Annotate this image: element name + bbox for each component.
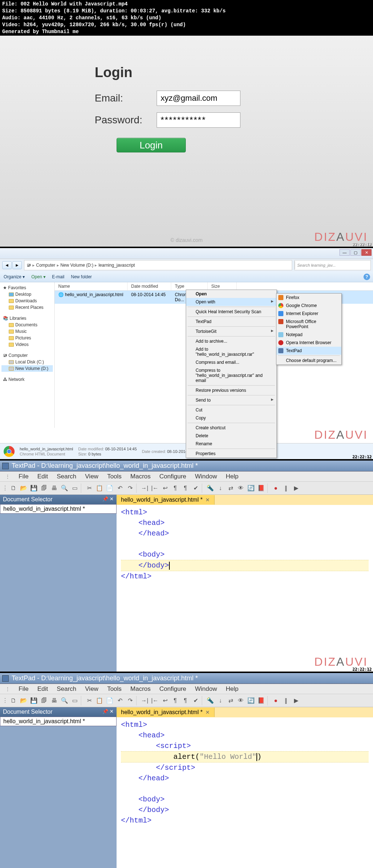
outdent-icon[interactable]: |←	[150, 696, 160, 705]
find-icon[interactable]: 🔦	[205, 483, 215, 493]
maximize-button[interactable]: ▢	[350, 249, 361, 256]
undo-icon[interactable]: ↶	[115, 483, 125, 493]
close-button[interactable]: ✕	[361, 249, 372, 256]
sm-opera[interactable]: Opera Internet Browser	[276, 339, 341, 347]
doc-list-item[interactable]: hello_world_in_javascript.html *	[0, 505, 116, 513]
save-icon[interactable]: 💾	[29, 696, 39, 705]
cut-icon[interactable]: ✂	[85, 483, 94, 493]
saveall-icon[interactable]: 🗐	[39, 483, 49, 493]
print-icon[interactable]: 🖶	[50, 483, 59, 493]
menu-macros[interactable]: Macros	[127, 472, 154, 481]
organize-button[interactable]: Organize ▾	[4, 274, 25, 279]
sidebar-item-volume-d[interactable]: New Volume (D:)	[1, 365, 53, 372]
play-icon[interactable]: ▶	[291, 696, 301, 705]
ctx-open-with[interactable]: Open with	[186, 298, 276, 306]
replace-icon[interactable]: ⇄	[226, 483, 235, 493]
ctx-cut[interactable]: Cut	[186, 406, 276, 414]
print-icon[interactable]: 🖶	[50, 696, 59, 705]
preview-icon[interactable]: 🔍	[60, 483, 69, 493]
ctx-rename[interactable]: Rename	[186, 440, 276, 448]
compare-icon[interactable]: 👁	[236, 696, 246, 705]
ww-icon[interactable]: ↩	[160, 483, 170, 493]
new-icon[interactable]: 🗋	[9, 483, 18, 493]
menu-file[interactable]: File	[15, 685, 32, 693]
sidebar-item-downloads[interactable]: Downloads	[1, 298, 53, 304]
play-icon[interactable]: ▶	[291, 483, 301, 493]
sidebar-favorites-header[interactable]: ★ Favorites	[1, 284, 53, 291]
book-icon[interactable]: 📕	[256, 483, 266, 493]
menu-file[interactable]: File	[15, 472, 32, 481]
editor-tab[interactable]: hello_world_in_javascript.html *✕	[117, 708, 215, 717]
ctx-shortcut[interactable]: Create shortcut	[186, 424, 276, 432]
sidebar-computer-header[interactable]: 🖳 Computer	[1, 352, 53, 359]
menu-help[interactable]: Help	[222, 685, 242, 693]
sm-chrome[interactable]: Google Chrome	[276, 302, 341, 310]
new-icon[interactable]: 🗋	[9, 696, 18, 705]
nav-fwd-button[interactable]: ►	[12, 261, 22, 269]
sm-notepad[interactable]: Notepad	[276, 331, 341, 339]
menu-edit[interactable]: Edit	[34, 685, 51, 693]
redo-icon[interactable]: ↷	[125, 483, 135, 493]
replace-icon[interactable]: ⇄	[226, 696, 235, 705]
findnext-icon[interactable]: ↓	[216, 696, 225, 705]
find-icon[interactable]: 🔦	[205, 696, 215, 705]
spell-icon[interactable]: ✔	[191, 696, 200, 705]
paste-icon[interactable]: 📄	[105, 483, 114, 493]
editor-tab[interactable]: hello_world_in_javascript.html *✕	[117, 495, 215, 505]
menu-configure[interactable]: Configure	[156, 472, 190, 481]
doc-icon[interactable]: ▭	[70, 483, 79, 493]
redo-icon[interactable]: ↷	[125, 696, 135, 705]
code-editor[interactable]: <html> <head> </head> <body> </body> </h…	[117, 505, 373, 672]
indent-icon[interactable]: →|	[140, 696, 149, 705]
sm-default[interactable]: Choose default program...	[276, 357, 341, 365]
spell-icon[interactable]: ✔	[191, 483, 200, 493]
pause-icon[interactable]: ‖	[281, 696, 291, 705]
minimize-button[interactable]: —	[339, 249, 350, 256]
ctx-delete[interactable]: Delete	[186, 432, 276, 440]
indent-icon[interactable]: →|	[140, 483, 149, 493]
menu-window[interactable]: Window	[191, 685, 220, 693]
ctx-compress-email[interactable]: Compress and email...	[186, 358, 276, 366]
paste-icon[interactable]: 📄	[105, 696, 114, 705]
sidebar-item-local-c[interactable]: Local Disk (C:)	[1, 359, 53, 365]
close-tab-icon[interactable]: ✕	[205, 497, 210, 503]
editor-area[interactable]: hello_world_in_javascript.html *✕ <html>…	[117, 707, 373, 868]
preview-icon[interactable]: 🔍	[60, 696, 69, 705]
menu-help[interactable]: Help	[222, 472, 242, 481]
breadcrumb[interactable]: 🖳▸ Computer▸ New Volume (D:)▸ learning_j…	[24, 260, 292, 270]
wrap-icon[interactable]: ¶	[181, 483, 190, 493]
email-button[interactable]: E-mail	[52, 274, 64, 279]
menu-tools[interactable]: Tools	[103, 472, 125, 481]
doc-list-item[interactable]: hello_world_in_javascript.html *	[0, 717, 116, 726]
email-input[interactable]	[157, 91, 240, 106]
rec-icon[interactable]: ●	[271, 696, 280, 705]
copy-icon[interactable]: 📋	[95, 483, 104, 493]
cut-icon[interactable]: ✂	[85, 696, 94, 705]
help-icon[interactable]: ?	[364, 274, 370, 280]
menu-view[interactable]: View	[82, 472, 102, 481]
menu-window[interactable]: Window	[191, 472, 220, 481]
copy-icon[interactable]: 📋	[95, 696, 104, 705]
password-input[interactable]	[157, 112, 240, 128]
ctx-add-to-rar[interactable]: Add to "hello_world_in_javascript.rar"	[186, 345, 276, 358]
sync-icon[interactable]: 🔄	[246, 696, 256, 705]
sidebar-item-recent[interactable]: Recent Places	[1, 304, 53, 311]
rec-icon[interactable]: ●	[271, 483, 280, 493]
menu-search[interactable]: Search	[53, 685, 80, 693]
open-icon[interactable]: 📂	[19, 696, 28, 705]
sm-ie[interactable]: Internet Explorer	[276, 310, 341, 318]
ctx-quickheal[interactable]: Quick Heal Internet Security Scan	[186, 308, 276, 316]
sidebar-item-documents[interactable]: Documents	[1, 322, 53, 328]
editor-area[interactable]: hello_world_in_javascript.html *✕ <html>…	[117, 495, 373, 672]
menu-search[interactable]: Search	[53, 472, 80, 481]
new-folder-button[interactable]: New folder	[71, 274, 92, 279]
book-icon[interactable]: 📕	[256, 696, 266, 705]
sidebar-item-pictures[interactable]: Pictures	[1, 335, 53, 341]
pause-icon[interactable]: ‖	[281, 483, 291, 493]
ctx-properties[interactable]: Properties	[186, 450, 276, 458]
ctx-restore[interactable]: Restore previous versions	[186, 386, 276, 394]
ctx-textpad[interactable]: TextPad	[186, 318, 276, 326]
login-button[interactable]: Login	[117, 138, 186, 152]
save-icon[interactable]: 💾	[29, 483, 39, 493]
ctx-open[interactable]: Open	[186, 290, 276, 298]
